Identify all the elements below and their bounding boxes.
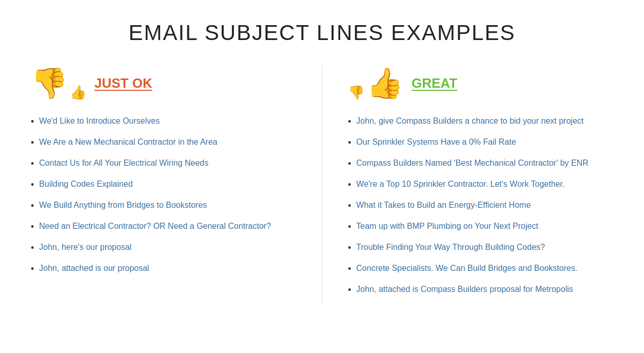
list-item: We'd Like to Introduce Ourselves: [31, 115, 296, 129]
columns-container: 👎 👍 JUST OK We'd Like to Introduce Ourse…: [31, 66, 613, 304]
good-column-header: 👎 👍 GREAT: [348, 66, 613, 101]
main-card: EMAIL SUBJECT LINES EXAMPLES 👎 👍 JUST OK…: [0, 0, 644, 353]
good-column-label: GREAT: [412, 75, 457, 91]
bad-column-header: 👎 👍 JUST OK: [31, 66, 296, 101]
list-item: We're a Top 10 Sprinkler Contractor. Let…: [348, 178, 613, 192]
thumbs-up-small-icon: 👍: [70, 85, 86, 101]
bad-column-label: JUST OK: [94, 75, 152, 91]
good-item-list: John, give Compass Builders a chance to …: [348, 115, 613, 297]
list-item: John, here's our proposal: [31, 241, 296, 255]
list-item: Need an Electrical Contractor? OR Need a…: [31, 220, 296, 234]
list-item: John, attached is our proposal: [31, 262, 296, 276]
bad-column: 👎 👍 JUST OK We'd Like to Introduce Ourse…: [31, 66, 296, 304]
thumbs-down-icon: 👎: [31, 66, 68, 101]
list-item: Our Sprinkler Systems Have a 0% Fail Rat…: [348, 136, 613, 150]
list-item: Trouble Finding Your Way Through Buildin…: [348, 241, 613, 255]
list-item: Team up with BMP Plumbing on Your Next P…: [348, 220, 613, 234]
list-item: Concrete Specialists. We Can Build Bridg…: [348, 262, 613, 276]
list-item: We Build Anything from Bridges to Bookst…: [31, 199, 296, 213]
thumbs-up-icon: 👍: [366, 66, 403, 101]
list-item: We Are a New Mechanical Contractor in th…: [31, 136, 296, 150]
good-icon-group: 👎 👍: [348, 66, 403, 101]
list-item: What it Takes to Build an Energy-Efficie…: [348, 199, 613, 213]
list-item: John, attached is Compass Builders propo…: [348, 283, 613, 297]
bad-icon-group: 👎 👍: [31, 66, 86, 101]
good-column: 👎 👍 GREAT John, give Compass Builders a …: [348, 66, 613, 304]
list-item: John, give Compass Builders a chance to …: [348, 115, 613, 129]
column-divider: [322, 66, 322, 304]
list-item: Compass Builders Named 'Best Mechanical …: [348, 157, 613, 171]
page-title: EMAIL SUBJECT LINES EXAMPLES: [31, 21, 613, 45]
list-item: Building Codes Explained: [31, 178, 296, 192]
list-item: Contact Us for All Your Electrical Wirin…: [31, 157, 296, 171]
bad-item-list: We'd Like to Introduce Ourselves We Are …: [31, 115, 296, 276]
thumbs-down-small-icon: 👎: [348, 85, 364, 101]
